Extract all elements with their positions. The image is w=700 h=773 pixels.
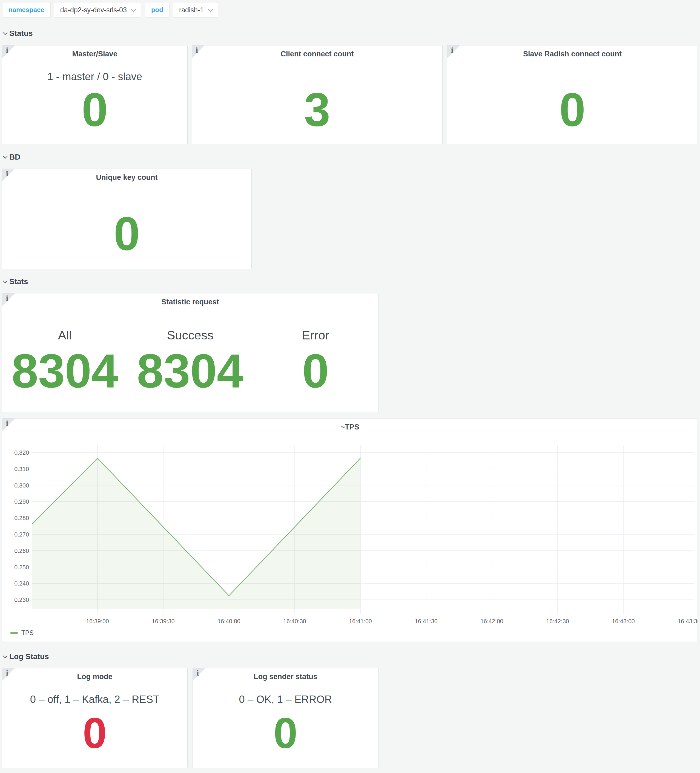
stat-subtitle [447, 70, 698, 83]
series-color-swatch-icon [10, 632, 18, 634]
x-tick-label: 16:43:00 [612, 618, 635, 625]
y-tick-label: 0.240 [14, 580, 29, 587]
stat-value: 0 [193, 706, 378, 768]
panel-info-icon[interactable] [447, 46, 460, 58]
section-title: Stats [9, 277, 28, 286]
stat-value: 0 [2, 206, 251, 269]
y-tick-label: 0.250 [14, 564, 29, 571]
y-tick-label: 0.260 [14, 548, 29, 554]
pod-variable-value: radish-1 [179, 6, 204, 14]
panel-title[interactable]: Client connect count [192, 50, 442, 58]
chevron-down-icon [208, 7, 213, 12]
pod-variable-dropdown[interactable]: radish-1 [173, 2, 218, 18]
x-tick-label: 16:42:30 [546, 618, 569, 625]
section-header-stats[interactable]: Stats [3, 277, 28, 286]
grafana-dashboard: { "topbar": { "variables": [ { "label": … [0, 0, 700, 773]
dashboard-variables-bar: namespace da-dp2-sy-dev-srls-03 pod radi… [2, 2, 218, 18]
chevron-down-icon [131, 7, 136, 12]
panel-slave-radish-connect-count: i Slave Radish connect count 0 [447, 45, 698, 144]
y-tick-label: 0.310 [14, 466, 29, 472]
stat-value: 3 [192, 83, 442, 144]
section-header-log-status[interactable]: Log Status [3, 652, 49, 661]
stat-column-value: 8304 [12, 342, 118, 412]
panel-title[interactable]: Statistic request [2, 298, 378, 306]
chevron-down-icon [3, 279, 7, 283]
panel-client-connect-count: i Client connect count 3 [192, 45, 443, 144]
panel-unique-key-count: i Unique key count 0 [2, 169, 252, 269]
section-header-status[interactable]: Status [3, 28, 33, 38]
panel-info-icon[interactable] [2, 293, 15, 306]
x-tick-label: 16:42:00 [480, 618, 503, 625]
chevron-down-icon [3, 654, 7, 658]
panel-log-mode: i Log mode 0 – off, 1 – Kafka, 2 – REST … [2, 668, 188, 768]
x-tick-label: 16:40:00 [217, 618, 240, 625]
panel-log-sender-status: i Log sender status 0 – OK, 1 – ERROR 0 [193, 668, 379, 768]
tps-chart-canvas[interactable]: 0.3200.3100.3000.2900.2800.2700.2600.250… [2, 419, 698, 641]
tps-series-area [32, 458, 361, 609]
x-tick-label: 16:41:30 [415, 618, 438, 625]
chevron-down-icon [3, 30, 7, 35]
section-header-bd[interactable]: BD [3, 152, 20, 162]
legend-series-label: TPS [21, 629, 34, 636]
statistic-column-success: Success 8304 [128, 306, 253, 412]
panel-title[interactable]: Master/Slave [2, 50, 187, 58]
x-tick-label: 16:39:30 [152, 618, 175, 625]
stat-value: 0 [447, 83, 698, 144]
y-tick-label: 0.270 [14, 531, 29, 538]
variable-namespace: namespace da-dp2-sy-dev-srls-03 [2, 2, 141, 18]
namespace-variable-value: da-dp2-sy-dev-srls-03 [60, 6, 127, 14]
legend-item-tps[interactable]: TPS [10, 629, 34, 636]
y-tick-label: 0.300 [14, 482, 29, 489]
stat-column-value: 8304 [137, 342, 244, 412]
stat-subtitle: 1 - master / 0 - slave [2, 70, 187, 83]
statistic-column-all: All 8304 [2, 306, 128, 412]
x-tick-label: 16:43:30 [677, 618, 698, 625]
panel-title[interactable]: Log sender status [193, 673, 378, 681]
x-tick-label: 16:40:30 [283, 618, 306, 625]
panel-info-icon[interactable] [193, 668, 206, 681]
y-tick-label: 0.280 [14, 515, 29, 521]
x-tick-label: 16:41:00 [349, 618, 372, 625]
y-tick-label: 0.320 [14, 449, 29, 456]
section-title: Log Status [9, 652, 49, 661]
panel-info-icon[interactable] [2, 169, 15, 181]
panel-master-slave: i Master/Slave 1 - master / 0 - slave 0 [2, 45, 188, 144]
y-tick-label: 0.230 [14, 597, 29, 603]
statistic-columns: All 8304 Success 8304 Error 0 [2, 306, 378, 412]
stat-column-label: Error [302, 328, 329, 342]
y-tick-label: 0.290 [14, 498, 29, 505]
panel-title[interactable]: Log mode [2, 673, 187, 681]
stat-value: 0 [2, 83, 187, 144]
pod-variable-label: pod [145, 2, 170, 18]
namespace-variable-dropdown[interactable]: da-dp2-sy-dev-srls-03 [54, 2, 141, 18]
chevron-down-icon [3, 154, 7, 159]
statistic-column-error: Error 0 [253, 306, 378, 412]
stat-subtitle [2, 194, 251, 206]
stat-column-label: Success [167, 328, 213, 342]
variable-pod: pod radish-1 [145, 2, 218, 18]
panel-title[interactable]: Unique key count [2, 173, 251, 182]
namespace-variable-label: namespace [2, 2, 51, 18]
stat-subtitle: 0 – off, 1 – Kafka, 2 – REST [2, 693, 187, 706]
stat-subtitle [192, 70, 442, 83]
panel-statistic-request: i Statistic request All 8304 Success 830… [2, 293, 379, 412]
stat-column-value: 0 [302, 342, 329, 412]
stat-value: 0 [2, 706, 187, 768]
panel-info-icon[interactable] [2, 46, 15, 58]
panel-info-icon[interactable] [192, 46, 204, 58]
section-title: BD [9, 153, 20, 161]
stat-column-label: All [58, 328, 72, 342]
panel-title[interactable]: Slave Radish connect count [447, 50, 698, 58]
stat-subtitle: 0 – OK, 1 – ERROR [193, 693, 378, 706]
panel-tps-graph: i ~TPS 0.3200.3100.3000.2900.2800.2700.2… [2, 418, 698, 642]
section-title: Status [9, 29, 33, 38]
x-tick-label: 16:39:00 [86, 618, 109, 625]
panel-info-icon[interactable] [2, 668, 15, 681]
